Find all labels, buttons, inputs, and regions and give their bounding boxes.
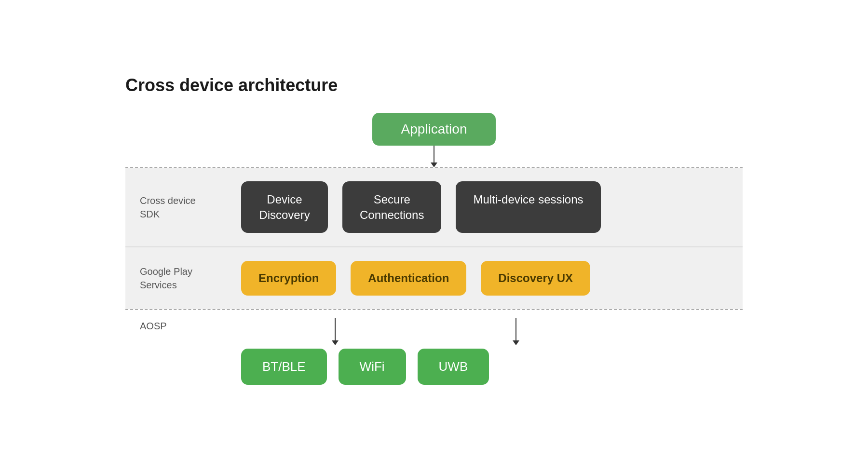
left-arrow-col <box>241 318 429 345</box>
right-arrow-col <box>473 318 559 345</box>
page-title: Cross device architecture <box>125 75 743 95</box>
sdk-label: Cross deviceSDK <box>140 194 222 221</box>
encryption-box: Encryption <box>241 261 336 296</box>
google-play-items: Encryption Authentication Discovery UX <box>241 261 728 296</box>
multi-device-sessions-box: Multi-device sessions <box>456 181 600 232</box>
right-arrowhead <box>513 340 519 345</box>
discovery-ux-box: Discovery UX <box>481 261 590 296</box>
wifi-box: WiFi <box>339 349 406 385</box>
app-to-sdk-arrow <box>434 146 434 167</box>
right-arrow-line <box>515 318 516 345</box>
app-to-sdk-arrow-container <box>125 146 743 167</box>
sdk-label-text: Cross deviceSDK <box>140 195 196 219</box>
transport-boxes: BT/BLE WiFi UWB <box>241 349 728 385</box>
aosp-section: AOSP <box>125 310 743 385</box>
sdk-items: Device Discovery Secure Connections Mult… <box>241 181 728 232</box>
google-play-label: Google PlayServices <box>140 265 222 292</box>
page-wrapper: Cross device architecture Application Cr… <box>96 56 772 404</box>
btble-box: BT/BLE <box>241 349 327 385</box>
aosp-arrows-and-boxes <box>241 318 728 345</box>
app-row: Application <box>125 113 743 146</box>
diagram: Application Cross deviceSDK Device Disco… <box>125 113 743 384</box>
google-play-band: Google PlayServices Encryption Authentic… <box>125 247 743 309</box>
left-arrow-line <box>335 318 336 345</box>
uwb-box: UWB <box>418 349 489 385</box>
left-arrowhead <box>332 340 339 345</box>
device-discovery-box: Device Discovery <box>241 181 328 232</box>
secure-connections-box: Secure Connections <box>342 181 441 232</box>
aosp-label: AOSP <box>140 318 222 332</box>
application-box: Application <box>372 113 496 146</box>
google-play-label-text: Google PlayServices <box>140 266 192 290</box>
aosp-right: BT/BLE WiFi UWB <box>241 318 728 385</box>
sdk-band: Cross deviceSDK Device Discovery Secure … <box>125 168 743 246</box>
authentication-box: Authentication <box>351 261 466 296</box>
